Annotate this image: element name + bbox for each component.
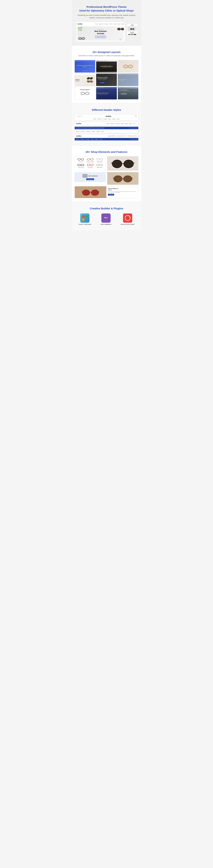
layout-card-5[interactable]: oculus About ▾ Services ▾ What Defines Y… bbox=[96, 73, 117, 86]
product-row-1: Kits Optical Handmade Special bbox=[76, 158, 104, 162]
header-4-logo: oculus bbox=[76, 135, 81, 137]
svg-point-20 bbox=[87, 80, 90, 83]
large-sunglasses-svg bbox=[111, 157, 134, 170]
red-sunglasses-svg bbox=[82, 188, 99, 196]
svg-rect-38 bbox=[78, 164, 80, 165]
svg-point-16 bbox=[124, 65, 128, 68]
search-icon: 🔍 ☰ bbox=[122, 23, 124, 25]
svg-point-44 bbox=[90, 164, 93, 166]
mobile-mockup: oculus New SummerArrivals bbox=[127, 24, 138, 36]
card-6-text: The new era GUIDE 4K bbox=[118, 79, 126, 81]
svg-point-11 bbox=[132, 28, 134, 30]
layout-card-1[interactable]: ● ● ● What Defines You More Than Your Gl… bbox=[75, 60, 95, 73]
desktop-mockup: oculus Home ▾ About Us ▾ Services ▾ News… bbox=[76, 22, 125, 42]
show-collection-btn[interactable]: Show New Collection bbox=[95, 36, 106, 38]
header-1-search-icon[interactable]: 🔍 bbox=[135, 116, 137, 117]
layout-card-3[interactable] bbox=[118, 60, 138, 73]
product-detail-image bbox=[75, 186, 106, 198]
product-vass[interactable]: Vass Optical bbox=[87, 163, 94, 168]
card-3-glasses bbox=[123, 64, 133, 68]
header-3-social: f t in g+ yt Q bbox=[129, 127, 137, 128]
mobile-glass-3 bbox=[134, 34, 136, 35]
mobile-glass-2 bbox=[131, 34, 133, 35]
layouts-description: Start with our modern made layouts or cr… bbox=[75, 55, 138, 57]
product-model[interactable]: Model Optical bbox=[96, 163, 103, 168]
shop-products-grid: Kits Optical Handmade Special bbox=[75, 156, 106, 170]
hero-title: Professional WordPress Theme Used for Op… bbox=[75, 5, 138, 12]
layout-card-4[interactable]: ● ● ● SummerArrivals bbox=[75, 73, 95, 86]
header-4-top: oculus 📞 202 555 5234 🕐 Mon - Sat 9:00 -… bbox=[75, 134, 138, 138]
header-4-contacts: 📞 202 555 5234 🕐 Mon - Sat 9:00 - 18:30 … bbox=[109, 135, 137, 137]
svg-point-59 bbox=[83, 175, 85, 177]
card-7-nav: ● ● ● bbox=[75, 87, 95, 89]
rev-name: REVOLUTION SLIDER bbox=[121, 224, 135, 225]
svg-point-17 bbox=[128, 65, 133, 68]
mockup-nav-items: Home ▾ About Us ▾ Services ▾ News ▾ Page… bbox=[95, 23, 121, 25]
svg-point-35 bbox=[100, 158, 103, 160]
svg-point-23 bbox=[85, 92, 89, 95]
mobile-hero-text: New SummerArrivals bbox=[128, 32, 137, 33]
layout-card-7[interactable]: ● ● ● Exclusive Sunglasses Shop New Coll… bbox=[75, 87, 95, 100]
layouts-section: 10+ Designed Layouts Start with our mode… bbox=[72, 45, 141, 103]
card-7-content: Exclusive Sunglasses Shop New Collection bbox=[75, 89, 95, 99]
card-7-glasses bbox=[75, 91, 95, 96]
card-4-nav: ● ● ● bbox=[75, 73, 95, 75]
leaf-decoration: 🌿 bbox=[77, 26, 83, 31]
header-1-top-row: f t in g+ yt oculus 🔍 bbox=[76, 115, 137, 117]
layout-card-8[interactable]: oculus Home About Shop Two new optical s… bbox=[96, 87, 117, 100]
svg-point-47 bbox=[97, 164, 99, 166]
more-collection-banner: More Collection Explore Now bbox=[75, 172, 106, 182]
vc-name: VISUAL COMPOSER bbox=[79, 224, 91, 225]
svg-point-60 bbox=[85, 175, 87, 177]
card-1-title: What Defines You More Than Your Glasses? bbox=[77, 65, 93, 67]
card-3-content bbox=[118, 60, 138, 72]
shop-product-grid-card: Kits Optical Handmade Special bbox=[75, 156, 106, 171]
card-5-btn[interactable]: SHOP NOW bbox=[100, 82, 105, 83]
svg-rect-39 bbox=[81, 164, 84, 165]
card-4-content: SummerArrivals bbox=[75, 75, 95, 86]
header-2-search-icon[interactable]: 🔍 bbox=[133, 123, 134, 124]
layout-card-6[interactable]: ● ● ● ocul The new era GUIDE 4K bbox=[118, 73, 138, 86]
header-4-row: oculus 📞 202 555 5234 🕐 Mon - Sat 9:00 -… bbox=[76, 135, 137, 137]
hero-mockup-row: oculus Home ▾ About Us ▾ Services ▾ News… bbox=[75, 22, 138, 42]
mockup-hero-image: 🌿 🍃 New Sunglasses New SummerArrivals bbox=[77, 26, 124, 40]
card-7-glasses-svg bbox=[81, 91, 89, 95]
card-6-nav: ● ● ● ocul bbox=[118, 73, 138, 75]
woocommerce-logo: Woo bbox=[101, 213, 111, 223]
explore-now-btn[interactable]: Explore Now bbox=[86, 178, 94, 180]
svg-line-15 bbox=[133, 66, 133, 66]
headers-title: Different Header Styles bbox=[75, 108, 138, 111]
svg-line-3 bbox=[85, 38, 85, 38]
mockup-logo: oculus bbox=[77, 23, 83, 25]
mobile-glasses-svg bbox=[130, 28, 135, 30]
product-quality[interactable]: Quality Optical bbox=[96, 158, 103, 162]
svg-point-27 bbox=[81, 158, 84, 160]
header-style-2: oculus Home ▾ About Us ▾ Services ▾ News… bbox=[75, 122, 138, 126]
svg-point-10 bbox=[130, 28, 132, 30]
card-8-content: Two new optical stores Read more about o… bbox=[96, 89, 116, 99]
card-2-nav: oculus Home About ▾ News ▾ Shop ▾ bbox=[96, 60, 116, 62]
revolution-slider-logo bbox=[123, 213, 132, 223]
svg-rect-78 bbox=[85, 215, 87, 218]
layout-card-2[interactable]: oculus Home About ▾ News ▾ Shop ▾ New Su… bbox=[96, 60, 117, 73]
layout-card-9[interactable]: oculus Don't look back,you're not going … bbox=[118, 87, 138, 100]
svg-rect-79 bbox=[82, 218, 84, 221]
shop-collection-banner-card: More Collection Explore Now bbox=[75, 172, 106, 185]
product-handmade[interactable]: Handmade Special bbox=[86, 158, 94, 162]
product-kits[interactable]: Kits Optical bbox=[77, 158, 84, 162]
product-unique[interactable]: Unique Optical bbox=[77, 163, 84, 168]
plugins-section: Creative Builder & Plugins VISUAL COMPOS… bbox=[72, 202, 141, 230]
add-to-cart-btn[interactable]: Add to Cart bbox=[108, 194, 114, 195]
svg-point-6 bbox=[117, 28, 121, 30]
shop-grid: Kits Optical Handmade Special bbox=[75, 156, 138, 198]
glasses-left-decoration bbox=[78, 37, 85, 40]
header-2-cart-icon[interactable]: 🛒 bbox=[135, 123, 137, 124]
svg-line-14 bbox=[123, 66, 124, 66]
svg-rect-80 bbox=[85, 218, 87, 221]
card-4-glasses bbox=[86, 76, 95, 85]
card-5-content: What Defines You MoreThan Your Glasses? … bbox=[96, 75, 116, 86]
mobile-hero-image bbox=[128, 26, 137, 31]
banner-glasses-svg bbox=[83, 175, 87, 177]
card-9-btn[interactable]: LEARN MORE bbox=[121, 93, 127, 94]
card-9-content: Don't look back,you're not going that wa… bbox=[118, 89, 138, 99]
